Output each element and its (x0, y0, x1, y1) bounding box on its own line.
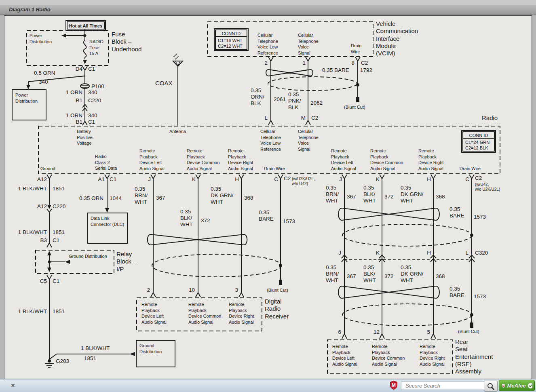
radio-drain-wire-2: Drain Wire (460, 166, 481, 172)
radio-cell-voice-signal: Cellular Telephone Voice Signal (298, 129, 319, 152)
vcim-connid-c1: C1=16 WHT (218, 38, 243, 44)
cct-1792: 1792 (360, 67, 372, 74)
pin-j-mid: J (141, 176, 151, 183)
close-icon[interactable]: ✕ (11, 383, 15, 388)
cct-368-r1: 368 (436, 194, 445, 200)
ground-symbol (45, 364, 54, 368)
radio-connid-c2: C2=12 BLK (465, 145, 488, 151)
wire-blkwht-r1: 0.35 BLK/ WHT (363, 185, 376, 204)
cct-1573-r2: 1573 (474, 293, 486, 300)
cct-367-mid: 367 (156, 195, 165, 201)
drr-signal-right: Remote Playback Device Right Audio Signa… (229, 301, 254, 325)
wire-brnwht-r1: 0.35 BRN/ WHT (326, 185, 339, 204)
drr-signal-left: Remote Playback Device Left Audio Signal (141, 301, 167, 325)
power-distribution-box-label: Power Distribution (15, 92, 38, 104)
svg-text:M: M (502, 384, 504, 387)
mcafee-button[interactable]: M McAfee (499, 380, 535, 391)
wire-ornblk: 0.35 ORN/ BLK (251, 87, 264, 107)
conn-c2-right-note: (w/U42, w/o U2K/U2L) (475, 182, 500, 192)
shield-ellipses (152, 77, 472, 326)
vcim-connid-title: CONN ID (215, 31, 247, 37)
vcim-blunt-cut: (Blunt Cut) (344, 104, 365, 110)
wire-pnkblk: 0.35 PNK/ BLK (288, 91, 301, 111)
radio-connid-c1: C1=24 GRN (465, 139, 490, 145)
conn-c220-a: C220 (88, 97, 101, 104)
pin-h-mid: H (229, 176, 239, 183)
radio-fuse-label: RADIO Fuse 15 A (89, 39, 103, 57)
hot-at-all-times-label: Hot at All Times (67, 23, 104, 29)
pin-c5: C5 (25, 278, 47, 285)
radio-connid-title: CONN ID (463, 133, 494, 139)
cct-1851-2: 1851 (53, 229, 65, 236)
wire-blkwht035-mid: 0.35 BLK/ WHT (180, 209, 193, 228)
pin-c1-fuse: C1 (88, 66, 95, 72)
cct-1851-3: 1851 (53, 308, 65, 315)
vcim-name: Vehicle Communication Interface Module (… (376, 20, 418, 57)
splice-p100-label: P100 (91, 83, 104, 90)
pin-c1-b: C1 (88, 119, 95, 125)
vcim-connid-c2: C2=12 WHT (218, 43, 243, 49)
drr-pin-3: 3 (229, 287, 238, 293)
pin-b1-a: B1 (61, 97, 82, 104)
cct-368-mid: 368 (244, 195, 253, 201)
wire-blkwht-r2: 0.35 BLK/ WHT (363, 264, 376, 284)
wire-1orn-b: 1 ORN (61, 112, 82, 119)
pin-c1-c5: C1 (53, 278, 59, 285)
vcim-cell-voice-signal: Cellular Telephone Voice Signal (298, 32, 319, 56)
cct-372-r2: 372 (384, 273, 394, 280)
cct-1044: 1044 (110, 195, 122, 202)
radio-signal-common-1: Remote Playback Device Common Audio Sign… (187, 148, 219, 171)
antenna-icon (173, 54, 183, 66)
wire-blkwht-1: 1 BLK/WHT (11, 185, 47, 192)
drr-pin-2: 2 (141, 287, 150, 293)
search-input[interactable] (401, 381, 485, 390)
cct-340-a: 340 (39, 79, 48, 85)
pin-b1-b: B1 (61, 119, 82, 125)
blunt-cut-right: (Blunt Cut) (458, 329, 479, 335)
check-icon (528, 383, 532, 389)
pin-c-mid: C (268, 176, 278, 183)
rse-pin-12: 12 (368, 329, 380, 335)
c320-pin-h: H (421, 250, 431, 256)
wire-bare-r1: 0.35 BARE (449, 206, 464, 219)
wire-brnwht-mid: 0.35 BRN/ WHT (135, 186, 148, 206)
vcim-pin-8: 8 (345, 60, 355, 66)
vcim-pin-l: L (259, 115, 268, 121)
cct-372-mid: 372 (201, 217, 210, 224)
pin-k-mid: K (186, 176, 196, 183)
wire-blkwht-2: 1 BLK/WHT (11, 229, 47, 236)
pin-h-right: H (421, 176, 431, 183)
vcim-cell-voice-low: Cellular Telephone Voice Low Reference (257, 32, 278, 56)
cct-367-r1: 367 (347, 194, 356, 200)
search-button[interactable] (484, 381, 498, 392)
relay-ground-distribution: Ground Distribution (69, 253, 107, 259)
c320-pin-l: L (459, 250, 468, 256)
radio-cell-voice-low: Cellular Telephone Voice Low Reference (260, 129, 281, 152)
wire-bare-mid: 0.35 BARE (259, 209, 274, 222)
rse-pin-5: 5 (420, 329, 430, 335)
pin-c1-b3: C1 (53, 237, 59, 244)
cct-1851-4: 1851 (84, 355, 96, 362)
rse-signal-left: Remote Playback Device Left Audio Signal (332, 344, 357, 367)
relay-block-name: Relay Block – I/P (116, 251, 136, 273)
rse-name: Rear Seat Entertainment (RSE) Assembly (455, 338, 493, 375)
cct-367-r2: 367 (347, 273, 356, 280)
conn-c220-b: C220 (53, 203, 65, 210)
rse-signal-common: Remote Playback Device Common Audio Sign… (372, 344, 405, 367)
vcim-pin-2: 2 (259, 60, 268, 66)
radio-ground-label: Ground (40, 166, 55, 172)
wire-brnwht-r2: 0.35 BRN/ WHT (326, 264, 339, 284)
drr-signal-common: Remote Playback Device Common Audio Sign… (188, 301, 221, 325)
pin-c-right: C (460, 176, 469, 183)
radio-signal-right-2: Remote Playback Device Right Audio Signa… (418, 148, 443, 171)
fuse-symbol (84, 40, 87, 59)
c320-pin-k: K (370, 250, 380, 256)
cct-1851-1: 1851 (53, 185, 65, 192)
radio-signal-common-2: Remote Playback Device Common Audio Sign… (370, 148, 403, 171)
radio-signal-right-1: Remote Playback Device Right Audio Signa… (228, 148, 253, 171)
drr-name: Digital Radio Receiver (265, 298, 289, 320)
cct-2062: 2062 (310, 100, 323, 106)
vcim-pin-1: 1 (295, 60, 306, 66)
wire-blkwht-3: 1 BLK/WHT (11, 308, 47, 315)
c320-pin-j: J (332, 250, 341, 256)
